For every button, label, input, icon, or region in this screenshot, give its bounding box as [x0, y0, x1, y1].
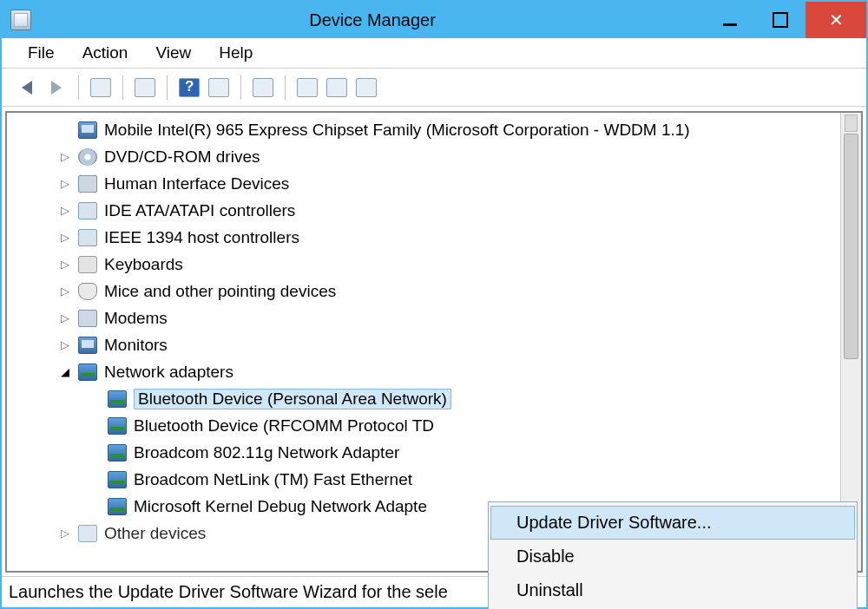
menu-action[interactable]: Action	[82, 43, 128, 62]
device-manager-window: Device Manager ✕ File Action View Help	[0, 0, 868, 609]
other-devices-icon	[78, 525, 97, 542]
window-title: Device Manager	[40, 10, 705, 30]
toolbar-separator	[285, 75, 286, 100]
menu-view[interactable]: View	[155, 43, 191, 62]
display-adapter-icon	[78, 121, 97, 139]
tree-label: Broadcom NetLink (TM) Fast Ethernet	[134, 470, 412, 489]
toolbar	[2, 69, 866, 107]
ide-icon	[78, 202, 97, 219]
forward-button[interactable]	[43, 75, 69, 101]
expand-icon[interactable]: ▷	[59, 177, 71, 190]
ctx-disable[interactable]: Disable	[490, 540, 855, 573]
tree-item-1394[interactable]: ▷ IEEE 1394 host controllers	[59, 224, 861, 251]
help-icon	[179, 78, 200, 97]
tree-label: Broadcom 802.11g Network Adapter	[134, 443, 399, 462]
tree-item-chipset[interactable]: Mobile Intel(R) 965 Express Chipset Fami…	[59, 116, 861, 143]
panel-icon	[90, 78, 111, 97]
toolbar-separator	[167, 75, 168, 100]
disable-icon	[356, 78, 377, 97]
content-area: Mobile Intel(R) 965 Express Chipset Fami…	[2, 107, 866, 576]
expand-icon[interactable]: ▷	[59, 527, 71, 540]
tree-item-bt-rfcomm[interactable]: Bluetooth Device (RFCOMM Protocol TD	[59, 412, 861, 439]
modem-icon	[78, 310, 97, 327]
toolbar-separator	[78, 75, 79, 100]
network-adapter-icon	[108, 417, 127, 435]
firewire-icon	[78, 229, 97, 246]
toolbar-separator	[122, 75, 123, 100]
uninstall-button[interactable]	[324, 75, 350, 101]
tree-item-dvd[interactable]: ▷ DVD/CD-ROM drives	[59, 143, 861, 170]
tree-label: Modems	[104, 309, 168, 328]
collapse-icon[interactable]: ◢	[59, 365, 71, 378]
help-button[interactable]	[176, 75, 202, 101]
maximize-button[interactable]	[755, 2, 806, 38]
tree-item-mice[interactable]: ▷ Mice and other pointing devices	[59, 278, 861, 304]
tree-label: Human Interface Devices	[104, 174, 289, 193]
tree-label: Network adapters	[104, 363, 233, 382]
tree-item-broadcom-wifi[interactable]: Broadcom 802.11g Network Adapter	[59, 439, 861, 466]
arrow-left-icon	[22, 81, 32, 95]
uninstall-icon	[326, 78, 347, 97]
show-hidden-button[interactable]	[88, 75, 114, 101]
network-adapter-icon	[108, 471, 127, 488]
ctx-update-driver[interactable]: Update Driver Software...	[490, 506, 855, 540]
window-controls: ✕	[705, 2, 866, 38]
disable-button[interactable]	[353, 75, 379, 101]
tree-label: Keyboards	[104, 255, 183, 274]
tree-item-ide[interactable]: ▷ IDE ATA/ATAPI controllers	[59, 197, 861, 224]
minimize-button[interactable]	[705, 2, 755, 38]
titlebar: Device Manager ✕	[2, 2, 866, 38]
tree-item-modems[interactable]: ▷ Modems	[59, 304, 861, 331]
ctx-label: Update Driver Software...	[516, 513, 712, 532]
keyboard-icon	[78, 256, 97, 273]
properties-button[interactable]	[132, 75, 158, 101]
expand-icon[interactable]: ▷	[59, 338, 71, 351]
tree-label-selected: Bluetooth Device (Personal Area Network)	[134, 389, 451, 409]
context-menu: Update Driver Software... Disable Uninst…	[488, 501, 858, 609]
app-icon	[10, 10, 31, 30]
menubar: File Action View Help	[2, 38, 866, 69]
optical-drive-icon	[78, 148, 97, 166]
ctx-uninstall[interactable]: Uninstall	[490, 573, 855, 607]
tree-label: Monitors	[104, 336, 168, 355]
network-category-icon	[78, 363, 97, 381]
expand-icon[interactable]: ▷	[59, 231, 71, 244]
close-button[interactable]: ✕	[806, 2, 866, 38]
tree-label: DVD/CD-ROM drives	[104, 147, 260, 167]
tree-label: IEEE 1394 host controllers	[104, 228, 299, 247]
arrow-right-icon	[51, 81, 62, 95]
statusbar-text: Launches the Update Driver Software Wiza…	[9, 582, 448, 601]
scan-button[interactable]	[250, 75, 276, 101]
back-button[interactable]	[14, 75, 40, 101]
tree-item-broadcom-eth[interactable]: Broadcom NetLink (TM) Fast Ethernet	[59, 466, 861, 493]
tree-item-bt-pan[interactable]: Bluetooth Device (Personal Area Network)	[59, 385, 861, 412]
network-adapter-icon	[108, 390, 127, 408]
hid-icon	[78, 175, 97, 193]
update-driver-button[interactable]	[294, 75, 320, 101]
scrollbar-thumb[interactable]	[844, 134, 858, 359]
tree-label: Other devices	[104, 524, 206, 543]
tree-label: Mobile Intel(R) 965 Express Chipset Fami…	[104, 121, 690, 140]
toolbar-separator	[240, 75, 241, 100]
ctx-label: Uninstall	[516, 580, 583, 599]
tree-item-hid[interactable]: ▷ Human Interface Devices	[59, 170, 861, 197]
tree-label: Bluetooth Device (RFCOMM Protocol TD	[134, 416, 434, 435]
menu-file[interactable]: File	[28, 43, 55, 62]
ctx-label: Disable	[516, 547, 575, 566]
action-button[interactable]	[206, 75, 232, 101]
expand-icon[interactable]: ▷	[59, 258, 71, 271]
tree-item-monitors[interactable]: ▷ Monitors	[59, 331, 861, 358]
tree-label: Microsoft Kernel Debug Network Adapte	[134, 497, 427, 516]
update-icon	[297, 78, 318, 97]
mouse-icon	[78, 283, 97, 300]
tree-item-keyboards[interactable]: ▷ Keyboards	[59, 251, 861, 278]
action-icon	[208, 78, 229, 97]
tree-item-network-adapters[interactable]: ◢ Network adapters	[59, 358, 861, 385]
expand-icon[interactable]: ▷	[59, 311, 71, 324]
expand-icon[interactable]: ▷	[59, 204, 71, 217]
tree-label: IDE ATA/ATAPI controllers	[104, 201, 295, 220]
expand-icon[interactable]: ▷	[59, 285, 71, 298]
scan-icon	[253, 78, 273, 97]
menu-help[interactable]: Help	[219, 43, 253, 62]
expand-icon[interactable]: ▷	[59, 150, 71, 163]
